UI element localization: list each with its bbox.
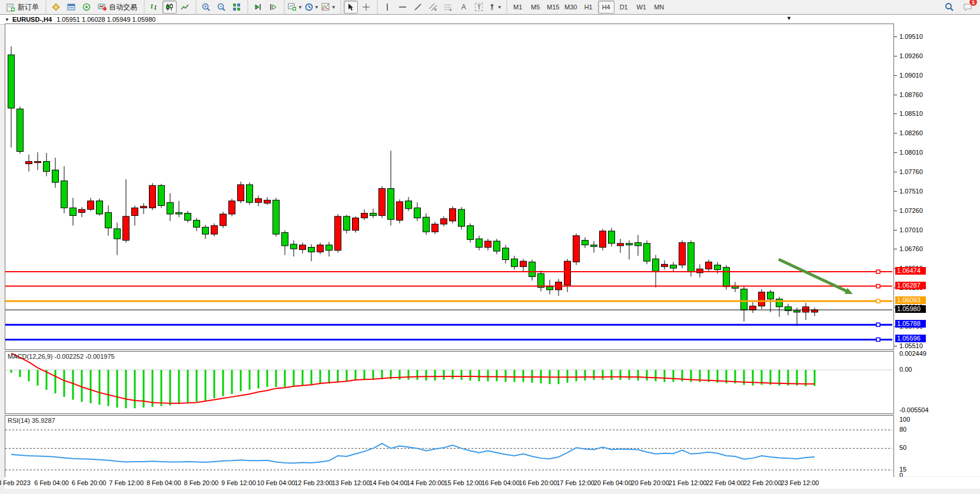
line-handle[interactable] [876, 323, 880, 326]
zoom-in-button[interactable] [199, 1, 213, 14]
candle-body [467, 226, 474, 240]
data-window-button[interactable] [64, 1, 78, 14]
timeframe-button-h4[interactable]: H4 [598, 1, 614, 14]
candle-body [97, 201, 103, 214]
search-button[interactable] [942, 1, 956, 14]
line-handle[interactable] [876, 338, 880, 341]
autotrade-label: 自动交易 [109, 2, 137, 12]
line-handle[interactable] [876, 285, 880, 288]
candle-body [105, 212, 112, 228]
time-axis-label: 20 Feb 20:00 [631, 479, 669, 486]
candle-body [361, 213, 368, 218]
candle-body [255, 199, 262, 203]
price-axis-label: 1.08510 [899, 110, 923, 117]
line-handle[interactable] [876, 270, 880, 273]
price-chart-panel[interactable] [5, 24, 894, 350]
price-axis-tick [894, 114, 897, 114]
indicators-button[interactable]: ▼ [321, 1, 337, 14]
candle-body [211, 226, 218, 234]
bar-chart-type-button[interactable] [147, 1, 161, 14]
navigator-button[interactable] [79, 1, 94, 14]
periods-button[interactable]: ▼ [304, 1, 320, 14]
svg-text:F: F [450, 8, 452, 11]
macd-signal-line [11, 353, 815, 403]
time-axis: 3 Feb 20236 Feb 04:006 Feb 20:007 Feb 12… [5, 477, 980, 489]
candle-body [423, 217, 430, 232]
time-axis-label: 14 Feb 20:00 [407, 479, 445, 486]
notifications-button[interactable]: 1 [961, 1, 975, 14]
price-axis-tick [894, 56, 897, 56]
time-axis-label: 17 Feb 12:00 [556, 479, 594, 486]
rsi-panel[interactable]: RSI(14) 35.9287 [5, 415, 894, 478]
macd-axis-label: 0.00 [899, 366, 912, 373]
timeframe-button-d1[interactable]: D1 [616, 1, 632, 14]
timeframe-button-h1[interactable]: H1 [580, 1, 597, 14]
candle-body [335, 216, 341, 251]
timeframe-button-m15[interactable]: M15 [545, 1, 562, 14]
candle-body [44, 162, 50, 172]
autotrade-button[interactable]: 自动交易 [95, 1, 140, 14]
line-handle[interactable] [876, 299, 880, 303]
channel-tool[interactable]: E [426, 1, 440, 14]
timeframe-button-m30[interactable]: M30 [563, 1, 579, 14]
level-price-tag: 1.06093 [895, 296, 926, 304]
svg-text:E: E [434, 8, 437, 11]
price-axis-label: 1.07010 [899, 226, 923, 233]
fibonacci-tool[interactable]: F [441, 1, 456, 14]
candle-body [432, 224, 438, 232]
timeframe-button-w1[interactable]: W1 [633, 1, 650, 14]
chart-shift-button[interactable] [266, 1, 280, 14]
candle-body [759, 292, 765, 306]
time-axis-label: 14 Feb 04:00 [369, 479, 407, 486]
horizontal-line-icon [398, 4, 407, 11]
macd-axis-label: -0.005504 [899, 406, 929, 413]
price-axis-tick [894, 191, 897, 192]
candle-body [538, 273, 544, 288]
window-dropdown-icon[interactable]: ▼ [5, 17, 9, 22]
price-axis-tick [894, 75, 897, 76]
indicators-icon [321, 3, 330, 11]
rsi-label: RSI(14) 35.9287 [8, 417, 55, 424]
candle-body [52, 170, 59, 182]
time-axis-label: 6 Feb 20:00 [72, 479, 107, 486]
vertical-line-tool[interactable] [380, 1, 394, 14]
level-price-tag: 1.06474 [895, 267, 926, 275]
crosshair-tool-button[interactable] [359, 1, 373, 14]
timeframe-button-m5[interactable]: M5 [527, 1, 544, 14]
new-order-button[interactable]: 新订单 [4, 1, 42, 14]
chart-menu-icon[interactable]: ▼ [786, 15, 792, 21]
line-chart-type-button[interactable] [178, 1, 192, 14]
candle-body [379, 189, 386, 216]
auto-scroll-button[interactable] [251, 1, 265, 14]
price-axis-label: 1.07760 [899, 168, 923, 175]
horizontal-line-tool[interactable] [396, 1, 410, 14]
candle-body [750, 306, 756, 310]
text-tool[interactable]: A [457, 1, 471, 14]
price-axis-label: 1.07510 [899, 188, 923, 195]
chevron-down-icon: ▼ [331, 5, 336, 10]
candle-body [273, 200, 280, 234]
text-label-tool[interactable]: T [472, 1, 486, 14]
level-price-tag: 1.06287 [895, 282, 926, 289]
candle-body [450, 209, 456, 221]
timeframe-button-mn[interactable]: MN [651, 1, 667, 14]
zoom-out-button[interactable] [214, 1, 228, 14]
cursor-tool-button[interactable] [344, 1, 358, 14]
candle-body [264, 200, 271, 203]
market-watch-button[interactable] [49, 1, 63, 14]
arrows-tool[interactable]: ▼ [487, 1, 503, 14]
new-chart-button[interactable]: ▼ [287, 1, 303, 14]
candle-chart-icon [165, 3, 174, 11]
candle-body [388, 189, 394, 220]
trendline-tool[interactable] [411, 1, 425, 14]
candle-body [688, 243, 695, 272]
tile-windows-button[interactable] [230, 1, 244, 14]
toolbar: 新订单 自动交易 ▼ ▼ ▼ [0, 0, 980, 15]
notification-badge: 1 [969, 0, 978, 6]
price-axis-label: 1.09510 [899, 33, 923, 40]
candle-chart-type-button[interactable] [162, 1, 177, 14]
price-axis-tick [894, 249, 897, 249]
timeframe-button-m1[interactable]: M1 [510, 1, 526, 14]
candle-body [529, 262, 536, 276]
macd-panel[interactable]: MACD(12,26,9) -0.002252 -0.001975 [5, 351, 894, 414]
